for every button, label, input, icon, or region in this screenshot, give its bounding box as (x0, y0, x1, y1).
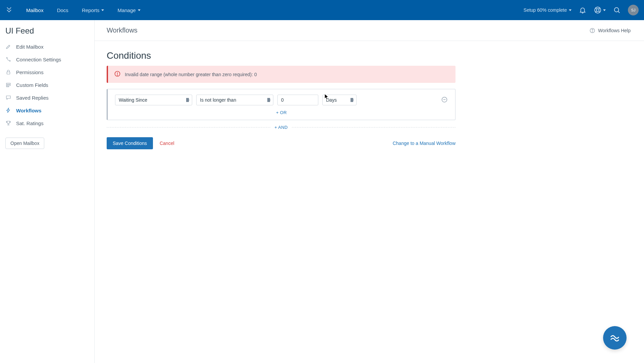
sidebar-item-label: Workflows (16, 108, 42, 113)
nav-manage[interactable]: Manage (111, 7, 147, 13)
sidebar-list: Edit Mailbox Connection Settings Permiss… (0, 40, 94, 129)
sidebar-item-edit-mailbox[interactable]: Edit Mailbox (0, 40, 94, 53)
connection-icon (5, 56, 11, 62)
breadcrumb-title: Workflows (107, 27, 138, 34)
condition-operator-select-el[interactable]: Is not longer than (196, 95, 273, 105)
alert-icon (114, 70, 121, 78)
error-notice-text: Invalid date range (whole number greater… (125, 72, 257, 77)
sidebar-item-workflows[interactable]: Workflows (0, 104, 94, 117)
sidebar-title: UI Feed (0, 26, 94, 40)
divider (292, 127, 455, 127)
main: Workflows Workflows Help Conditions Inva… (95, 20, 644, 363)
sidebar-item-custom-fields[interactable]: Custom Fields (0, 79, 94, 91)
add-or-button[interactable]: + OR (115, 110, 448, 115)
add-and-button[interactable]: + AND (270, 125, 291, 130)
caret-down-icon (101, 9, 104, 11)
workflows-help-link[interactable]: Workflows Help (589, 28, 631, 34)
setup-progress[interactable]: Setup 60% complete (524, 7, 572, 13)
bolt-icon (5, 107, 11, 113)
sidebar-item-sat-ratings[interactable]: Sat. Ratings (0, 117, 94, 129)
open-mailbox-button[interactable]: Open Mailbox (5, 138, 44, 149)
remove-condition-button[interactable] (441, 96, 448, 104)
svg-rect-6 (6, 83, 10, 84)
svg-rect-7 (6, 85, 10, 86)
sidebar-item-label: Edit Mailbox (16, 44, 44, 50)
avatar-initials: SJ (631, 8, 636, 12)
condition-operator-select[interactable]: Is not longer than (196, 95, 273, 105)
list-icon (5, 82, 11, 88)
condition-field-select-el[interactable]: Waiting Since (115, 95, 192, 105)
sidebar-item-permissions[interactable]: Permissions (0, 66, 94, 79)
nav-docs-label: Docs (57, 7, 68, 13)
sidebar-item-label: Saved Replies (16, 95, 49, 101)
nav-reports[interactable]: Reports (75, 7, 111, 13)
content: Conditions Invalid date range (whole num… (95, 41, 644, 149)
sidebar-item-label: Permissions (16, 69, 44, 75)
nav-mailbox[interactable]: Mailbox (19, 7, 50, 13)
svg-point-1 (596, 9, 599, 11)
save-conditions-button[interactable]: Save Conditions (107, 137, 153, 149)
search-icon[interactable] (613, 6, 621, 14)
sidebar: UI Feed Edit Mailbox Connection Settings… (0, 20, 95, 363)
sidebar-item-connection-settings[interactable]: Connection Settings (0, 53, 94, 66)
chat-fab[interactable] (603, 326, 627, 350)
pencil-icon (5, 44, 11, 50)
sidebar-item-label: Custom Fields (16, 82, 48, 88)
svg-point-3 (6, 57, 7, 58)
caret-down-icon (603, 9, 606, 11)
condition-unit-select-el[interactable]: Days (322, 95, 357, 105)
nav-reports-label: Reports (82, 7, 100, 13)
svg-rect-8 (6, 86, 9, 87)
avatar[interactable]: SJ (628, 5, 639, 15)
svg-point-2 (614, 8, 619, 12)
page-title: Conditions (107, 50, 644, 61)
app-logo[interactable] (5, 6, 13, 14)
condition-row: Waiting Since Is not longer than Days (115, 95, 448, 105)
caret-down-icon (138, 9, 141, 11)
cancel-button[interactable]: Cancel (160, 141, 174, 146)
main-header: Workflows Workflows Help (95, 20, 644, 41)
nav-mailbox-label: Mailbox (26, 7, 44, 13)
lock-icon (5, 69, 11, 75)
topbar-right: Setup 60% complete SJ (524, 5, 639, 15)
condition-block: Waiting Since Is not longer than Days (107, 89, 455, 120)
error-notice: Invalid date range (whole number greater… (107, 66, 455, 83)
top-nav: Mailbox Docs Reports Manage (19, 7, 147, 13)
help-icon[interactable] (594, 6, 606, 14)
help-circle-icon (589, 28, 595, 34)
divider (107, 127, 270, 127)
setup-progress-label: Setup 60% complete (524, 7, 567, 13)
condition-unit-select[interactable]: Days (322, 95, 357, 105)
sidebar-item-label: Sat. Ratings (16, 120, 44, 126)
sidebar-item-label: Connection Settings (16, 57, 61, 62)
svg-point-12 (117, 75, 118, 75)
nav-docs[interactable]: Docs (50, 7, 75, 13)
actions-row: Save Conditions Cancel Change to a Manua… (107, 137, 455, 149)
svg-point-4 (9, 60, 10, 61)
caret-down-icon (569, 9, 572, 11)
svg-point-10 (592, 32, 592, 32)
topbar: Mailbox Docs Reports Manage Setup 60% co… (0, 0, 644, 20)
trophy-icon (5, 120, 11, 126)
sidebar-item-saved-replies[interactable]: Saved Replies (0, 91, 94, 104)
and-row: + AND (107, 125, 455, 130)
notifications-icon[interactable] (579, 6, 586, 14)
chat-wave-icon (609, 332, 620, 343)
nav-manage-label: Manage (117, 7, 136, 13)
chat-icon (5, 95, 11, 101)
condition-field-select[interactable]: Waiting Since (115, 95, 192, 105)
svg-rect-5 (7, 72, 10, 74)
help-link-label: Workflows Help (598, 28, 631, 33)
condition-value-input[interactable] (277, 95, 318, 105)
change-to-manual-button[interactable]: Change to a Manual Workflow (393, 141, 455, 146)
